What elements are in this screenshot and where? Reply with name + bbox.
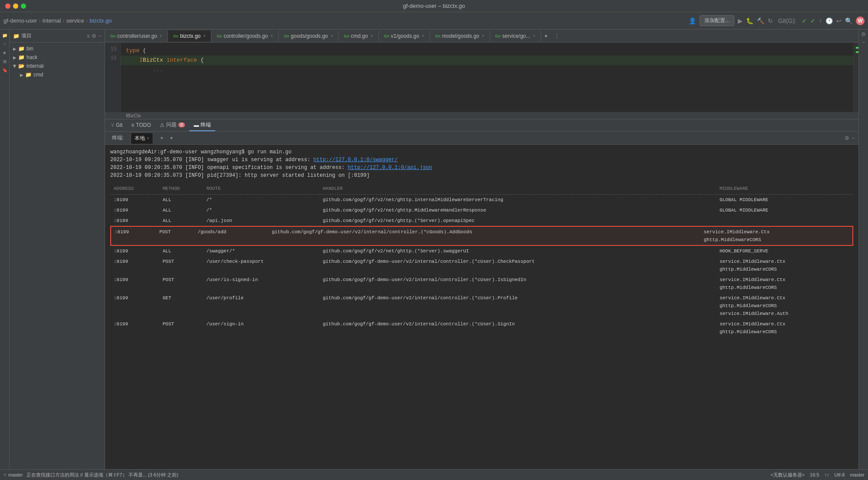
left-tab-favorites[interactable]: ★ — [1, 49, 9, 56]
swagger-link[interactable]: http://127.0.0.1:0/swagger/ — [313, 157, 398, 163]
warning-icon: ⚠ — [160, 122, 164, 128]
terminal-content[interactable]: wangzhoangdeAir:gf-demo-user wangzhongya… — [105, 145, 858, 469]
tab-label: goods/goods.go — [291, 33, 328, 39]
gutter-mark-green — [856, 47, 858, 49]
git-icon: ⑂ — [111, 122, 114, 128]
status-branch-right[interactable]: master — [850, 472, 865, 477]
tab-close-icon[interactable]: × — [203, 33, 206, 38]
right-settings-icon[interactable]: ⚙ — [861, 31, 866, 37]
tab-close-icon[interactable]: × — [331, 33, 333, 38]
main-layout: 📁 ⑂ ★ ⊞ 🔖 📁 项目 ≡ ⚙ − ▶ 📁 bin ▶ — [0, 30, 868, 469]
left-tab-bookmarks[interactable]: 🔖 — [1, 66, 9, 74]
user-icon: 👤 — [689, 17, 696, 24]
tree-item-internal[interactable]: ▶ 📂 internal — [10, 62, 105, 70]
tab-close-icon[interactable]: × — [270, 33, 273, 38]
tab-close-icon[interactable]: × — [482, 33, 484, 38]
bottom-tab-todo[interactable]: ≡ TODO — [127, 120, 155, 131]
route-table-container: ADDRESS METHOD ROUTE HANDLER MIDDLEWARE … — [110, 183, 853, 337]
debug-icon[interactable]: 🐛 — [746, 17, 753, 24]
breadcrumb-file[interactable]: bizctx.go — [89, 17, 112, 24]
terminal-tab-local[interactable]: 本地 × — [131, 132, 153, 144]
gutter-mark-green2 — [856, 51, 858, 53]
highlighted-route-row: :8199POST/goods/addgithub.com/gogf/gf-de… — [110, 226, 853, 246]
tab-v1-goods[interactable]: Go v1/goods.go × — [379, 30, 430, 42]
run-icon[interactable]: ▶ — [738, 17, 743, 24]
maximize-button[interactable] — [21, 3, 26, 9]
tab-close-icon[interactable]: × — [160, 33, 162, 38]
tab-close-icon[interactable]: × — [371, 33, 373, 38]
breadcrumb-internal[interactable]: internal — [43, 17, 61, 24]
chevron-down-icon[interactable]: ▾ — [170, 135, 173, 141]
tab-goods-goods[interactable]: Go goods/goods.go × — [279, 30, 339, 42]
code-line-15: type ( — [126, 46, 848, 56]
bottom-tab-terminal[interactable]: ▬ 终端 — [189, 119, 215, 131]
folder-icon: 📁 — [18, 54, 25, 60]
cell-method: GET — [159, 293, 203, 319]
breadcrumb-project[interactable]: gf-demo-user — [3, 17, 37, 24]
terminal-settings-icon[interactable]: ⚙ — [845, 135, 849, 141]
cell-method: ALL — [159, 246, 203, 256]
tab-cmd[interactable]: Go cmd.go × — [339, 30, 378, 42]
cell-handler: github.com/gogf/gf/v2/net/ghttp.internal… — [319, 195, 716, 205]
git-check2-icon[interactable]: ✓ — [810, 17, 815, 24]
terminal-tab-add[interactable]: + — [157, 133, 167, 143]
close-button[interactable] — [5, 3, 10, 9]
sidebar-settings-icon[interactable]: ⚙ — [92, 33, 96, 39]
status-position[interactable]: 16:5 — [810, 472, 819, 477]
folder-icon: 📁 — [25, 72, 32, 78]
history-icon[interactable]: 🕐 — [825, 17, 833, 24]
right-close-icon[interactable]: − — [862, 39, 865, 45]
tab-overflow-icon[interactable]: ⋮ — [551, 33, 563, 39]
cell-middleware: service.IMiddleware.Ctx ghttp.Middleware… — [716, 319, 853, 337]
git-check-icon[interactable]: ✓ — [802, 17, 807, 24]
tab-model-goods[interactable]: Go model/goods.go × — [430, 30, 490, 42]
search-icon[interactable]: 🔍 — [845, 17, 852, 24]
left-tab-structure[interactable]: ⊞ — [1, 57, 9, 65]
undo-icon[interactable]: ↩ — [836, 17, 842, 24]
bottom-tab-git[interactable]: ⑂ Git — [107, 120, 127, 131]
tab-close-icon[interactable]: × — [533, 33, 536, 38]
terminal-minimize-icon[interactable]: − — [852, 135, 855, 141]
window-controls[interactable] — [5, 3, 26, 9]
api-json-link[interactable]: http://127.0.0.1:0/api.json — [348, 165, 432, 171]
tab-label: cmd.go — [351, 33, 368, 39]
status-encoding[interactable]: Utf-8 — [835, 472, 845, 477]
tab-close-icon[interactable]: × — [422, 33, 424, 38]
tree-item-hack[interactable]: ▶ 📁 hack — [10, 53, 105, 62]
arrow-icon: ▶ — [13, 55, 16, 60]
tab-controller-user[interactable]: Go controller/user.go × — [105, 30, 168, 42]
refresh-icon[interactable]: ↻ — [768, 17, 773, 24]
breadcrumb: gf-demo-user › internal › service › bizc… — [3, 17, 112, 24]
left-tab-project[interactable]: 📁 — [1, 31, 9, 39]
status-bar: ⑂ master 正在查找接口方法的用法 // 显示选项（⌘⇧F7） 不再显..… — [0, 469, 868, 480]
build-icon[interactable]: 🔨 — [757, 17, 764, 24]
sidebar-layout-icon[interactable]: ≡ — [87, 33, 90, 39]
code-editor-section: 15 16 type ( IBizCtx interface { ... — [105, 43, 858, 112]
cell-address: :8199 — [111, 226, 156, 245]
cell-middleware: service.IMiddleware.Ctx ghttp.Middleware… — [716, 256, 853, 275]
breadcrumb-service[interactable]: service — [66, 17, 84, 24]
git-push-icon[interactable]: ↑ — [819, 17, 822, 24]
tab-bizctx[interactable]: Go bizctx.go × — [168, 30, 211, 42]
tab-dropdown-icon[interactable]: ▾ — [541, 30, 551, 42]
code-content[interactable]: type ( IBizCtx interface { ... — [121, 43, 853, 112]
cell-handler: github.com/gogf/gf-demo-user/v2/internal… — [319, 275, 716, 293]
cell-method: ALL — [159, 215, 203, 226]
terminal-panel: 终端: 本地 × + ▾ ⚙ − wangzhoangdeAir:gf-de — [105, 132, 858, 469]
code-line-16: IBizCtx interface { — [121, 56, 853, 65]
bottom-tab-problems[interactable]: ⚠ 问题 0 — [155, 119, 190, 131]
tree-item-cmd[interactable]: ▶ 📁 cmd — [16, 70, 105, 79]
tab-controller-goods[interactable]: Go controller/goods.go × — [211, 30, 279, 42]
col-method: METHOD — [159, 183, 203, 195]
status-git-icon[interactable]: ⑂ master — [3, 472, 23, 477]
sidebar-header: 📁 项目 ≡ ⚙ − — [10, 30, 105, 43]
tree-item-bin[interactable]: ▶ 📁 bin — [10, 44, 105, 53]
tab-service-go[interactable]: Go service/go... × — [490, 30, 541, 42]
right-sidebar: ⚙ − — [858, 30, 868, 469]
add-config-button[interactable]: 添加配置... — [700, 15, 734, 26]
left-tab-vcs[interactable]: ⑂ — [1, 40, 9, 48]
terminal-tab-close-icon[interactable]: × — [147, 136, 149, 141]
tree-label-cmd: cmd — [33, 72, 43, 78]
minimize-button[interactable] — [13, 3, 18, 9]
sidebar-close-icon[interactable]: − — [98, 33, 101, 39]
